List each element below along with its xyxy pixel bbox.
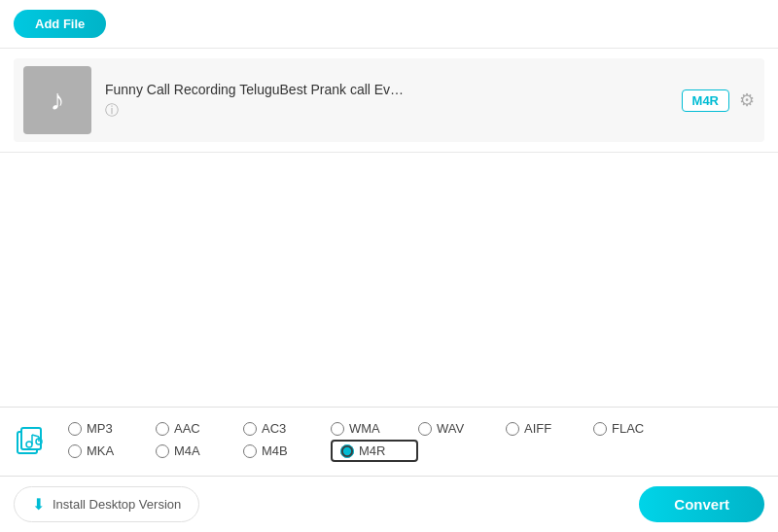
format-panel: MP3 AAC AC3 WMA WAV AIFF FLAC: [0, 407, 778, 476]
audio-format-icon: [16, 424, 51, 459]
install-label: Install Desktop Version: [53, 497, 181, 512]
bottom-bar: ⬇ Install Desktop Version Convert: [0, 476, 778, 532]
format-options: MP3 AAC AC3 WMA WAV AIFF FLAC: [68, 421, 762, 462]
download-icon: ⬇: [32, 495, 45, 514]
file-name: Funny Call Recording TeluguBest Prank ca…: [105, 82, 682, 97]
info-icon[interactable]: ⓘ: [105, 102, 682, 120]
format-option-aac[interactable]: AAC: [156, 421, 243, 436]
file-info: Funny Call Recording TeluguBest Prank ca…: [91, 82, 682, 120]
file-item: ♪ Funny Call Recording TeluguBest Prank …: [14, 58, 764, 142]
add-file-button[interactable]: Add File: [14, 10, 106, 38]
format-option-ac3[interactable]: AC3: [243, 421, 331, 436]
format-option-mp3[interactable]: MP3: [68, 421, 156, 436]
format-row-1: MP3 AAC AC3 WMA WAV AIFF FLAC: [68, 421, 762, 436]
format-option-m4a[interactable]: M4A: [156, 440, 243, 462]
format-option-m4b[interactable]: M4B: [243, 440, 331, 462]
music-note-icon: ♪: [51, 84, 65, 117]
format-row-2: MKA M4A M4B M4R: [68, 440, 762, 462]
file-actions: M4R ⚙: [682, 89, 755, 112]
format-option-wav[interactable]: WAV: [418, 421, 506, 436]
toolbar: Add File: [0, 0, 778, 49]
format-option-wma[interactable]: WMA: [331, 421, 418, 436]
file-thumbnail: ♪: [23, 66, 91, 134]
install-desktop-button[interactable]: ⬇ Install Desktop Version: [14, 486, 199, 522]
format-option-mka[interactable]: MKA: [68, 440, 156, 462]
format-option-aiff[interactable]: AIFF: [506, 421, 593, 436]
main-content: [0, 153, 778, 407]
file-list: ♪ Funny Call Recording TeluguBest Prank …: [0, 49, 778, 153]
format-option-m4r[interactable]: M4R: [331, 440, 418, 462]
convert-button[interactable]: Convert: [639, 486, 764, 522]
format-badge: M4R: [682, 89, 729, 112]
format-option-flac[interactable]: FLAC: [593, 421, 681, 436]
settings-icon[interactable]: ⚙: [739, 89, 755, 111]
